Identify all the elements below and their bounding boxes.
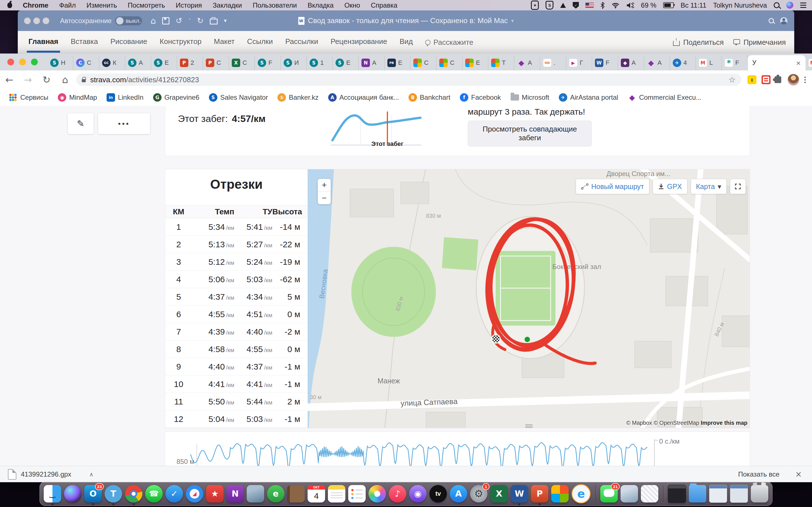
triangle-status-icon[interactable] bbox=[560, 3, 566, 8]
siri-icon[interactable] bbox=[786, 2, 794, 9]
dock-photo2[interactable] bbox=[620, 485, 638, 503]
browser-tab[interactable]: NА bbox=[359, 55, 385, 70]
dock-onenote[interactable]: N bbox=[226, 485, 244, 503]
more-options-button[interactable]: ••• bbox=[98, 113, 150, 134]
bookmark-grapevine[interactable]: GGrapevine6 bbox=[153, 93, 199, 102]
dock-powerpoint[interactable]: P bbox=[531, 485, 548, 503]
browser-tab[interactable]: Е bbox=[462, 55, 488, 70]
browser-tab[interactable]: SН bbox=[47, 55, 73, 70]
extension-news-icon[interactable] bbox=[762, 75, 770, 84]
improve-map-link[interactable]: Improve this map bbox=[701, 420, 748, 426]
comments-button[interactable]: Примечания bbox=[733, 38, 786, 47]
share-button[interactable]: Поделиться bbox=[673, 38, 724, 47]
dock-reminders[interactable] bbox=[348, 485, 366, 503]
dock-word[interactable]: W bbox=[511, 485, 528, 503]
undo-icon[interactable]: ↺ bbox=[175, 16, 182, 25]
browser-tab[interactable]: XС bbox=[229, 55, 255, 70]
address-bar[interactable]: strava.com/activities/4126270823 ☆ bbox=[76, 73, 741, 86]
browser-tab[interactable]: ◆А bbox=[618, 55, 644, 70]
dock-tweetbot[interactable]: T bbox=[105, 485, 122, 503]
tell-me-control[interactable]: Расскажите bbox=[425, 38, 473, 47]
bluetooth-icon[interactable] bbox=[600, 2, 605, 9]
download-filename[interactable]: 4139921296.gpx bbox=[21, 470, 71, 478]
dock-evernote[interactable]: e bbox=[267, 485, 285, 503]
browser-tab[interactable]: P2 bbox=[177, 55, 203, 70]
dock-siri[interactable] bbox=[64, 485, 82, 503]
dock-bluecheck[interactable]: ✓ bbox=[165, 485, 183, 503]
browser-tab[interactable]: SЕ bbox=[151, 55, 177, 70]
wifi-icon[interactable] bbox=[612, 2, 619, 8]
menu-item-файл[interactable]: Файл bbox=[59, 1, 76, 9]
dock-podcasts[interactable]: ◉ bbox=[409, 485, 426, 503]
menu-item-вкладка[interactable]: Вкладка bbox=[308, 1, 334, 9]
dock-winprev-light[interactable] bbox=[709, 485, 727, 503]
dock-calendar[interactable]: ОКТ4 bbox=[308, 485, 325, 503]
bookmark-banker[interactable]: ①Banker.kz bbox=[277, 93, 318, 102]
shield-check-icon[interactable]: ✓ bbox=[573, 2, 579, 9]
browser-tab[interactable]: SИ bbox=[281, 55, 307, 70]
dock-chrome[interactable] bbox=[125, 485, 142, 503]
dock-safari[interactable]: ◢ bbox=[186, 485, 203, 503]
active-tab[interactable]: У× bbox=[748, 55, 806, 70]
download-item[interactable]: 4139921296.gpx ∧ bbox=[0, 469, 93, 480]
browser-tab[interactable]: SА bbox=[125, 55, 151, 70]
volume-icon[interactable] bbox=[626, 2, 634, 9]
browser-tab[interactable]: *F bbox=[722, 55, 748, 70]
bookmark-linkedin[interactable]: inLinkedIn bbox=[107, 93, 144, 102]
ribbon-tab-6[interactable]: Ссылки bbox=[247, 37, 273, 48]
save-icon[interactable] bbox=[162, 17, 169, 24]
word-search-icon[interactable] bbox=[769, 18, 774, 23]
browser-tab[interactable]: ✈4 bbox=[670, 55, 696, 70]
browser-tab[interactable]: WF bbox=[592, 55, 618, 70]
zoom-window-button[interactable] bbox=[31, 59, 38, 65]
dock-excel[interactable]: X bbox=[490, 485, 508, 503]
menu-item-справка[interactable]: Справка bbox=[371, 1, 397, 9]
dock-appstore[interactable]: A bbox=[450, 485, 467, 503]
browser-tab[interactable]: HD. bbox=[540, 55, 566, 70]
home-icon[interactable]: ⌂ bbox=[151, 16, 156, 25]
control-center-icon[interactable] bbox=[800, 3, 806, 8]
ribbon-tab-1[interactable]: Главная bbox=[29, 37, 58, 48]
chrome-window-controls[interactable] bbox=[7, 59, 38, 65]
new-route-button[interactable]: Новый маршрут bbox=[576, 179, 649, 194]
dock-journal[interactable] bbox=[287, 485, 305, 503]
map-layer-button[interactable]: Карта▾ bbox=[691, 179, 726, 194]
bookmark-mindmap[interactable]: ◉MindMap bbox=[58, 93, 97, 102]
spotlight-search-icon[interactable] bbox=[774, 2, 779, 8]
dock-striped[interactable] bbox=[641, 485, 658, 503]
map-resize-handle[interactable] bbox=[525, 425, 532, 428]
dock-messages[interactable]: 21 bbox=[600, 485, 618, 503]
browser-tab[interactable]: Т bbox=[488, 55, 514, 70]
bookmark-commex[interactable]: ◆Commercial Execu... bbox=[628, 93, 702, 102]
close-shelf-icon[interactable]: × bbox=[795, 469, 802, 479]
zoom-in-button[interactable]: + bbox=[318, 179, 331, 192]
word-window-controls[interactable] bbox=[18, 17, 49, 24]
user-name[interactable]: Tolkyn Nurusheva bbox=[713, 1, 767, 9]
browser-tab[interactable]: PBЕ bbox=[385, 55, 410, 70]
browser-tab[interactable]: SF bbox=[255, 55, 281, 70]
ribbon-tab-8[interactable]: Рецензирование bbox=[331, 37, 387, 48]
browser-tab[interactable]: SЕ bbox=[333, 55, 359, 70]
tab-close-icon[interactable]: × bbox=[796, 59, 801, 66]
dock-music[interactable]: ♪ bbox=[389, 485, 406, 503]
menu-clock[interactable]: Вс 11:11 bbox=[680, 1, 706, 9]
dock-winprev-gray[interactable] bbox=[730, 485, 748, 503]
bookmark-google-apps[interactable]: Сервисы bbox=[8, 94, 48, 101]
extension-yellow-icon[interactable]: ι bbox=[748, 75, 756, 84]
autosave-toggle[interactable]: выкл. bbox=[115, 16, 142, 25]
dock-whatsapp[interactable]: ☎ bbox=[145, 485, 163, 503]
lock-icon[interactable] bbox=[82, 79, 86, 82]
customize-toolbar-icon[interactable]: ▼ bbox=[224, 18, 227, 23]
browser-tab[interactable]: ▶Г bbox=[566, 55, 592, 70]
chrome-menu-icon[interactable] bbox=[804, 76, 806, 83]
bookmark-assoc[interactable]: ААссоциация банк... bbox=[328, 93, 399, 102]
browser-tab[interactable]: S1 bbox=[307, 55, 333, 70]
bookmark-app-icon[interactable]: ★ bbox=[531, 1, 539, 10]
dock-photo1[interactable] bbox=[247, 485, 264, 503]
dock-photos[interactable] bbox=[368, 485, 386, 503]
dock-nimbus[interactable]: ★ bbox=[206, 485, 223, 503]
home-button[interactable]: ⌂ bbox=[56, 74, 74, 86]
ribbon-tab-7[interactable]: Рассылки bbox=[285, 37, 318, 48]
menu-item-история[interactable]: История bbox=[175, 1, 202, 9]
bookmark-ms-folder[interactable]: Microsoft bbox=[511, 94, 549, 101]
